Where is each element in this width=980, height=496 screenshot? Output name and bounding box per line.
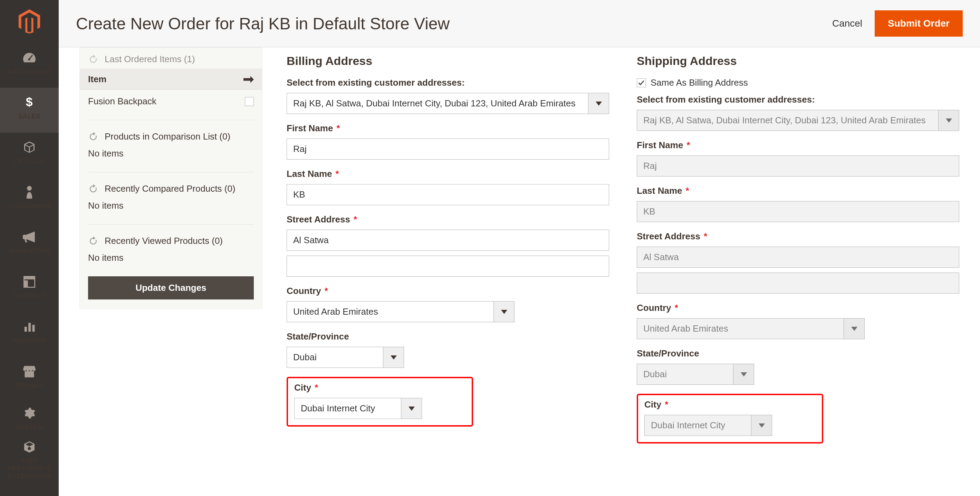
nav-customers[interactable]: CUSTOMERS — [0, 177, 59, 222]
billing-select-label: Select from existing customer addresses: — [286, 77, 609, 88]
bars-icon — [22, 320, 36, 334]
billing-first-name-label: First Name — [286, 123, 333, 133]
svg-rect-6 — [28, 323, 31, 332]
shipping-state-label: State/Province — [637, 348, 959, 359]
nav-label: DASHBOARD — [5, 68, 54, 75]
billing-state-select[interactable]: Dubai — [286, 347, 404, 368]
same-as-billing-checkbox[interactable] — [637, 78, 646, 88]
no-items-text: No items — [80, 198, 262, 217]
box-icon — [22, 140, 36, 154]
svg-point-8 — [28, 447, 31, 450]
reload-icon[interactable] — [88, 236, 99, 246]
page-title: Create New Order for Raj KB in Default S… — [76, 14, 450, 33]
nav-system[interactable]: SYSTEM — [0, 402, 59, 440]
recently-viewed-heading: Recently Viewed Products (0) — [105, 236, 254, 246]
billing-city-value: Dubai Internet City — [294, 398, 401, 419]
billing-first-name-input[interactable] — [286, 139, 609, 159]
chevron-down-icon[interactable] — [589, 93, 609, 114]
admin-sidebar: DASHBOARD $ SALES CATALOG CUSTOMERS MARK… — [0, 0, 59, 496]
arrow-right-icon — [243, 76, 254, 83]
svg-text:$: $ — [26, 96, 33, 108]
shipping-first-name-label: First Name — [637, 140, 683, 150]
nav-label: REPORTS — [11, 337, 48, 345]
shipping-address-select[interactable]: Raj KB, Al Satwa, Dubai Internet City, D… — [637, 110, 959, 131]
billing-street2-input[interactable] — [286, 255, 609, 277]
billing-address-select[interactable]: Raj KB, Al Satwa, Dubai Internet City, D… — [286, 93, 609, 114]
dollar-icon: $ — [22, 95, 36, 109]
megaphone-icon — [22, 230, 36, 244]
billing-street1-input[interactable] — [286, 230, 609, 251]
gear-icon — [22, 406, 36, 420]
last-ordered-heading: Last Ordered Items (1) — [105, 54, 254, 65]
update-changes-button[interactable]: Update Changes — [88, 276, 254, 300]
billing-country-value: United Arab Emirates — [286, 301, 494, 322]
svg-rect-5 — [24, 327, 27, 332]
comparison-list-heading: Products in Comparison List (0) — [105, 131, 254, 142]
shipping-city-value: Dubai Internet City — [644, 415, 751, 436]
nav-catalog[interactable]: CATALOG — [0, 132, 59, 177]
shipping-address-selected: Raj KB, Al Satwa, Dubai Internet City, D… — [637, 110, 939, 131]
shipping-state-select: Dubai — [637, 364, 754, 385]
last-ordered-item-row: Fusion Backpack — [80, 90, 262, 113]
submit-order-button[interactable]: Submit Order — [875, 10, 963, 37]
shipping-city-select: Dubai Internet City — [644, 415, 772, 436]
shipping-address-section: Shipping Address Same As Billing Address… — [637, 54, 959, 489]
same-as-billing-label: Same As Billing Address — [651, 77, 748, 88]
nav-stores[interactable]: STORES — [0, 357, 59, 402]
item-name: Fusion Backpack — [88, 96, 156, 107]
billing-country-select[interactable]: United Arab Emirates — [286, 301, 514, 322]
cancel-button[interactable]: Cancel — [832, 18, 862, 29]
nav-find-partners[interactable]: FIND PARTNERS & EXTENSIONS — [0, 440, 59, 485]
chevron-down-icon[interactable] — [401, 398, 422, 419]
shipping-street-label: Street Address — [637, 231, 700, 241]
no-items-text: No items — [80, 250, 262, 270]
nav-label: MARKETING — [6, 247, 52, 255]
layout-icon — [22, 275, 36, 289]
chevron-down-icon[interactable] — [383, 347, 404, 368]
svg-point-1 — [27, 186, 32, 191]
page-header: Create New Order for Raj KB in Default S… — [59, 0, 980, 47]
nav-label: SALES — [16, 113, 43, 120]
svg-rect-7 — [32, 325, 35, 332]
shipping-street2-input — [637, 273, 959, 293]
chevron-down-icon — [844, 318, 865, 339]
item-checkbox[interactable] — [245, 97, 254, 106]
chevron-down-icon — [751, 415, 772, 436]
nav-label: CUSTOMERS — [6, 203, 53, 210]
shipping-first-name-input — [637, 155, 959, 177]
shipping-city-highlight: City* Dubai Internet City — [637, 394, 823, 443]
shipping-country-value: United Arab Emirates — [637, 318, 844, 339]
nav-sales[interactable]: $ SALES — [0, 88, 59, 132]
nav-reports[interactable]: REPORTS — [0, 312, 59, 357]
nav-label: SYSTEM — [13, 423, 45, 431]
nav-dashboard[interactable]: DASHBOARD — [0, 43, 59, 88]
billing-last-name-input[interactable] — [286, 184, 609, 205]
recently-compared-heading: Recently Compared Products (0) — [105, 183, 254, 194]
billing-state-value: Dubai — [286, 347, 383, 368]
magento-logo[interactable] — [0, 0, 59, 43]
svg-rect-3 — [24, 276, 35, 279]
gauge-icon — [22, 50, 36, 64]
billing-country-label: Country — [286, 285, 321, 296]
item-column-header: Item — [88, 74, 107, 85]
nav-content[interactable]: CONTENT — [0, 267, 59, 312]
reload-icon[interactable] — [88, 132, 99, 142]
billing-last-name-label: Last Name — [286, 169, 332, 179]
person-icon — [22, 185, 36, 199]
chevron-down-icon[interactable] — [939, 110, 959, 131]
no-items-text: No items — [80, 146, 262, 165]
billing-address-section: Billing Address Select from existing cus… — [286, 54, 609, 489]
shipping-last-name-input — [637, 201, 959, 222]
reload-icon[interactable] — [88, 54, 99, 65]
shipping-city-label: City — [644, 399, 661, 410]
billing-address-selected: Raj KB, Al Satwa, Dubai Internet City, D… — [286, 93, 589, 114]
shipping-last-name-label: Last Name — [637, 185, 682, 196]
nav-marketing[interactable]: MARKETING — [0, 222, 59, 267]
billing-city-highlight: City* Dubai Internet City — [286, 377, 473, 427]
chevron-down-icon[interactable] — [494, 301, 514, 322]
shipping-heading: Shipping Address — [637, 54, 959, 68]
billing-city-select[interactable]: Dubai Internet City — [294, 398, 422, 419]
reload-icon[interactable] — [88, 184, 99, 194]
customer-activities-panel: Last Ordered Items (1) Item Fusion Backp… — [80, 47, 262, 309]
nav-label: CATALOG — [11, 158, 48, 165]
